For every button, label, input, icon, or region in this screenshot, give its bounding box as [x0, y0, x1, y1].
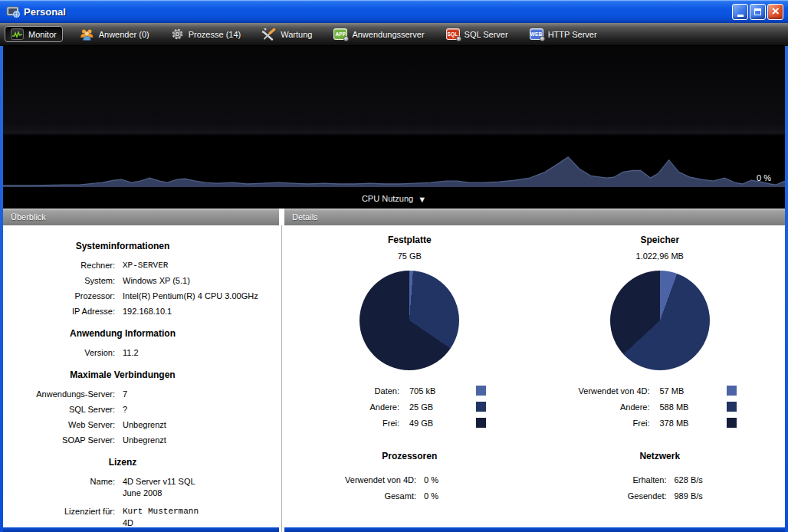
section-title: Prozessoren — [284, 451, 535, 461]
info-row: Version: 11.2 — [3, 345, 279, 360]
stat-row: Erhalten: 628 B/s — [535, 472, 786, 488]
cpu-usage-area-chart — [3, 48, 785, 187]
web-server-icon: WEB — [530, 28, 543, 40]
legend-row: Andere: 25 GB — [284, 399, 535, 415]
window-title: Personal — [24, 6, 66, 18]
legend-swatch — [476, 418, 486, 428]
toolbar-item-monitor[interactable]: Monitor — [5, 26, 63, 42]
info-row: Name: 4D Server v11 SQL June 2008 — [3, 474, 279, 499]
info-row: Web Server: Unbegrenzt — [3, 417, 279, 432]
cpu-current-value: 0 % — [757, 173, 771, 182]
overview-panel: Systeminformationen Rechner: XP-SERVER S… — [3, 225, 279, 532]
info-row: Prozessor: Intel(R) Pentium(R) 4 CPU 3.0… — [3, 288, 279, 304]
chart-total: 1.022,96 MB — [535, 251, 786, 261]
toolbar-label: Prozesse (14) — [189, 30, 241, 39]
maximize-button[interactable] — [750, 4, 766, 20]
close-button[interactable] — [767, 4, 783, 20]
toolbar-label: SQL Server — [465, 30, 508, 39]
legend-swatch — [476, 402, 486, 412]
toolbar-item-sql-server[interactable]: SQL SQL Server — [442, 26, 513, 42]
graph-source-selector[interactable]: CPU Nutzung ▼ — [3, 189, 785, 209]
stat-row: Gesendet: 989 B/s — [535, 488, 786, 504]
legend-swatch — [727, 418, 737, 428]
gear-badge-icon — [456, 36, 461, 41]
memory-section: Speicher 1.022,96 MB Verwendet von 4D: 5… — [535, 235, 786, 532]
chart-title: Festplatte — [284, 235, 535, 245]
toolbar: Monitor Anwender (0) Prozes — [0, 23, 788, 46]
legend-row: Frei: 378 MB — [535, 415, 786, 431]
memory-legend: Verwendet von 4D: 57 MB Andere: 588 MB F… — [535, 383, 786, 431]
chevron-down-icon: ▼ — [418, 194, 426, 204]
section-title: Netzwerk — [535, 451, 786, 461]
window-controls — [732, 4, 783, 20]
memory-pie-chart — [610, 271, 710, 370]
details-header: Details — [284, 209, 785, 225]
gear-badge-icon — [343, 36, 349, 41]
panel-divider — [279, 225, 284, 532]
panel-headers: Überblick Details — [3, 209, 785, 225]
chart-total: 75 GB — [284, 251, 535, 261]
legend-swatch — [727, 386, 737, 396]
sql-server-icon: SQL — [446, 28, 460, 40]
chart-title: Speicher — [535, 235, 786, 245]
toolbar-item-wartung[interactable]: Wartung — [258, 26, 317, 43]
section-title: Systeminformationen — [3, 241, 242, 251]
legend-row: Daten: 705 kB — [284, 383, 535, 399]
toolbar-item-anwendungsserver[interactable]: APP Anwendungsserver — [329, 26, 428, 42]
maximize-icon — [754, 8, 761, 15]
toolbar-item-anwender[interactable]: Anwender (0) — [75, 26, 154, 43]
section-title: Lizenz — [3, 457, 242, 468]
info-row: Anwendungs-Server: 7 — [3, 386, 279, 402]
tools-icon — [262, 28, 276, 41]
legend-swatch — [727, 402, 737, 412]
toolbar-label: Anwender (0) — [99, 30, 149, 39]
disk-section: Festplatte 75 GB Daten: 705 kB Andere: 2… — [284, 235, 535, 532]
header-gap — [279, 209, 284, 225]
stat-row: Verwendet von 4D: 0 % — [284, 472, 535, 488]
stat-row: Gesamt: 0 % — [284, 488, 535, 504]
content-area: Systeminformationen Rechner: XP-SERVER S… — [3, 225, 785, 527]
section-title: Anwendung Information — [3, 328, 242, 339]
gear-icon — [171, 28, 184, 41]
info-row: SQL Server: ? — [3, 402, 279, 417]
app-window: Personal Monitor Anwender (0) — [0, 0, 788, 532]
close-icon — [772, 5, 780, 18]
info-row: System: Windows XP (5.1) — [3, 273, 279, 288]
toolbar-label: Monitor — [28, 30, 57, 39]
cpu-graph-panel: 0 % — [3, 46, 785, 189]
app-icon — [6, 5, 20, 18]
users-icon — [80, 28, 94, 41]
legend-row: Verwendet von 4D: 57 MB — [535, 383, 786, 399]
details-panel: Festplatte 75 GB Daten: 705 kB Andere: 2… — [284, 225, 785, 532]
section-title: Maximale Verbindungen — [3, 369, 242, 380]
overview-header: Überblick — [3, 209, 279, 225]
toolbar-label: HTTP Server — [548, 30, 597, 39]
info-row: SOAP Server: Unbegrenzt — [3, 432, 279, 448]
legend-row: Andere: 588 MB — [535, 399, 786, 415]
network-section: Netzwerk Erhalten: 628 B/s Gesendet: 989… — [535, 451, 786, 504]
toolbar-item-prozesse[interactable]: Prozesse (14) — [166, 25, 245, 43]
info-row: Lizenziert für: Kurt Mustermann 4D — [3, 504, 279, 529]
minimize-button[interactable] — [732, 4, 748, 20]
toolbar-label: Anwendungsserver — [352, 30, 424, 39]
legend-swatch — [476, 386, 486, 396]
disk-pie-chart — [360, 271, 459, 370]
title-bar: Personal — [0, 0, 788, 23]
app-server-icon: APP — [333, 28, 347, 40]
toolbar-label: Wartung — [281, 30, 312, 39]
graph-source-label: CPU Nutzung — [362, 194, 413, 203]
monitor-chart-icon — [11, 28, 24, 40]
legend-row: Frei: 49 GB — [284, 415, 535, 431]
info-row: IP Adresse: 192.168.10.1 — [3, 304, 279, 319]
gear-badge-icon — [540, 36, 545, 41]
processors-section: Prozessoren Verwendet von 4D: 0 % Gesamt… — [284, 451, 535, 504]
info-row: Rechner: XP-SERVER — [3, 258, 279, 273]
toolbar-item-http-server[interactable]: WEB HTTP Server — [525, 26, 602, 42]
disk-legend: Daten: 705 kB Andere: 25 GB Frei: 49 GB — [284, 383, 535, 431]
minimize-icon — [737, 15, 744, 17]
